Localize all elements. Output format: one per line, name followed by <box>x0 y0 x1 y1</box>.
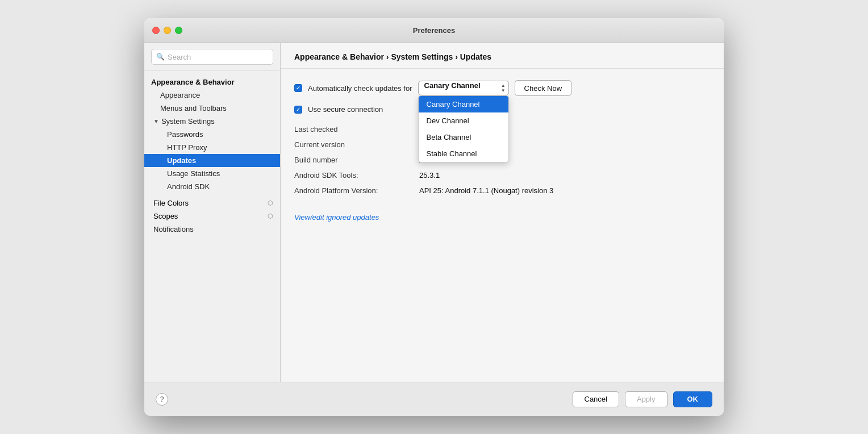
sidebar-item-appearance-behavior[interactable]: Appearance & Behavior <box>144 76 280 89</box>
window-title: Preferences <box>413 26 455 35</box>
close-button[interactable] <box>152 27 160 34</box>
sidebar-item-scopes[interactable]: Scopes ⬡ <box>144 210 280 223</box>
sidebar: 🔍 Search Appearance & Behavior Appearanc… <box>144 43 281 382</box>
apply-button[interactable]: Apply <box>625 391 667 407</box>
ok-button[interactable]: OK <box>673 391 713 407</box>
cancel-button[interactable]: Cancel <box>573 391 619 407</box>
checkmark-icon: ✓ <box>296 85 301 91</box>
channel-dropdown-wrapper: Canary Channel ▲ ▼ Canary Channel Dev Ch… <box>418 81 509 95</box>
sidebar-tree: Appearance & Behavior Appearance Menus a… <box>144 71 280 382</box>
main-content: Appearance & Behavior › System Settings … <box>281 43 724 382</box>
current-version-label: Current version <box>294 140 419 149</box>
content-area: 🔍 Search Appearance & Behavior Appearanc… <box>144 43 724 382</box>
footer-buttons: Cancel Apply OK <box>573 391 713 407</box>
sidebar-item-file-colors[interactable]: File Colors ⬡ <box>144 197 280 210</box>
breadcrumb: Appearance & Behavior › System Settings … <box>294 52 710 61</box>
search-container: 🔍 Search <box>144 43 280 71</box>
option-stable[interactable]: Stable Channel <box>419 145 508 162</box>
search-placeholder: Search <box>168 53 191 61</box>
channel-dropdown[interactable]: Canary Channel <box>418 81 509 95</box>
sidebar-item-android-sdk[interactable]: Android SDK <box>144 180 280 193</box>
sidebar-item-notifications[interactable]: Notifications <box>144 223 280 236</box>
sidebar-item-passwords[interactable]: Passwords <box>144 128 280 141</box>
channel-dropdown-menu: Canary Channel Dev Channel Beta Channel … <box>418 95 509 162</box>
channel-selected-text: Canary Channel <box>424 81 481 90</box>
view-edit-link[interactable]: View/edit ignored updates <box>294 213 379 222</box>
minimize-button[interactable] <box>164 27 171 34</box>
footer: ? Cancel Apply OK <box>144 382 724 416</box>
titlebar: Preferences <box>144 18 724 43</box>
sdk-tools-label: Android SDK Tools: <box>294 171 419 180</box>
auto-check-label: Automatically check updates for <box>308 84 412 93</box>
search-box[interactable]: 🔍 Search <box>151 49 273 65</box>
search-icon: 🔍 <box>156 53 165 61</box>
sidebar-item-appearance[interactable]: Appearance <box>144 89 280 102</box>
platform-version-label: Android Platform Version: <box>294 186 419 195</box>
option-dev[interactable]: Dev Channel <box>419 112 508 129</box>
info-row-platform-version: Android Platform Version: API 25: Androi… <box>294 186 710 195</box>
checkmark-icon-2: ✓ <box>296 107 301 112</box>
auto-check-checkbox[interactable]: ✓ <box>294 84 302 92</box>
auto-check-row: ✓ Automatically check updates for Canary… <box>294 80 710 96</box>
main-header: Appearance & Behavior › System Settings … <box>281 43 724 69</box>
help-button[interactable]: ? <box>156 393 168 406</box>
maximize-button[interactable] <box>175 27 182 34</box>
sdk-tools-value: 25.3.1 <box>419 171 440 180</box>
preferences-window: Preferences 🔍 Search Appearance & Behavi… <box>144 18 724 416</box>
copy-icon-2: ⬡ <box>268 212 273 220</box>
option-beta[interactable]: Beta Channel <box>419 129 508 145</box>
main-body: ✓ Automatically check updates for Canary… <box>281 69 724 382</box>
sidebar-item-http-proxy[interactable]: HTTP Proxy <box>144 141 280 154</box>
traffic-lights <box>152 27 182 34</box>
build-number-label: Build number <box>294 156 419 164</box>
sidebar-item-menus-toolbars[interactable]: Menus and Toolbars <box>144 102 280 115</box>
platform-version-value: API 25: Android 7.1.1 (Nougat) revision … <box>419 186 553 195</box>
sidebar-item-system-settings[interactable]: ▼ System Settings <box>144 115 280 128</box>
scopes-label: Scopes <box>153 212 178 220</box>
info-row-sdk-tools: Android SDK Tools: 25.3.1 <box>294 171 710 180</box>
sidebar-item-updates[interactable]: Updates <box>144 154 280 167</box>
secure-connection-label: Use secure connection <box>308 105 383 114</box>
secure-connection-checkbox[interactable]: ✓ <box>294 106 302 114</box>
file-colors-label: File Colors <box>153 199 189 207</box>
copy-icon: ⬡ <box>268 199 273 207</box>
last-checked-label: Last checked <box>294 125 419 133</box>
option-canary[interactable]: Canary Channel <box>419 96 508 112</box>
sidebar-item-usage-statistics[interactable]: Usage Statistics <box>144 167 280 180</box>
check-now-button[interactable]: Check Now <box>515 80 571 96</box>
triangle-icon: ▼ <box>153 118 159 124</box>
